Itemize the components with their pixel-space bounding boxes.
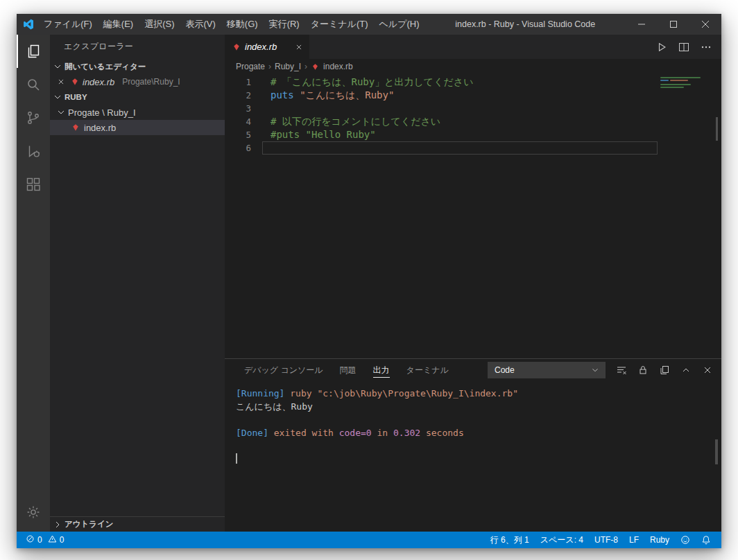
- warning-count: 0: [60, 535, 65, 545]
- breadcrumb-item[interactable]: Ruby_I: [275, 62, 301, 71]
- menu-run[interactable]: 実行(R): [264, 14, 305, 35]
- run-code-icon[interactable]: [656, 42, 667, 53]
- menu-bar: ファイル(F) 編集(E) 選択(S) 表示(V) 移動(G) 実行(R) ター…: [38, 14, 424, 35]
- menu-edit[interactable]: 編集(E): [98, 14, 139, 35]
- feedback-icon[interactable]: [677, 532, 694, 548]
- line-number: 1: [225, 77, 262, 87]
- menu-view[interactable]: 表示(V): [180, 14, 221, 35]
- cursor-position-status[interactable]: 行 6、列 1: [487, 532, 533, 548]
- outline-label: アウトライン: [65, 519, 114, 530]
- warnings-icon: [48, 534, 57, 545]
- problems-status[interactable]: 0 0: [22, 532, 67, 548]
- output-console[interactable]: [Running] ruby "c:\job\Ruby\Progate\Ruby…: [225, 381, 721, 532]
- workspace-section-header[interactable]: RUBY: [50, 89, 225, 105]
- open-editors-header[interactable]: 開いているエディター: [50, 59, 225, 74]
- line-content: # 「こんにちは、Ruby」と出力してください: [262, 76, 658, 89]
- explorer-icon[interactable]: [17, 35, 50, 68]
- close-panel-icon[interactable]: [702, 365, 713, 376]
- extensions-icon[interactable]: [17, 168, 50, 201]
- search-icon[interactable]: [17, 68, 50, 101]
- close-window-button[interactable]: [689, 14, 721, 35]
- clear-output-icon[interactable]: [616, 365, 627, 376]
- open-in-editor-icon[interactable]: [659, 365, 670, 376]
- explorer-sidebar: エクスプローラー 開いているエディター index.rb Progate\Rub…: [50, 35, 225, 532]
- bell-icon[interactable]: [698, 532, 714, 548]
- line-content: puts "こんにちは、Ruby": [262, 89, 658, 102]
- vscode-logo-icon: [23, 19, 34, 30]
- ruby-file-icon: [70, 78, 79, 87]
- run-debug-icon[interactable]: [17, 134, 50, 168]
- output-channel-select[interactable]: Code: [488, 362, 606, 378]
- indentation-status[interactable]: スペース: 4: [537, 532, 587, 548]
- open-editors-label: 開いているエディター: [65, 62, 146, 72]
- lock-icon[interactable]: [637, 365, 649, 376]
- maximize-panel-icon[interactable]: [680, 365, 692, 376]
- menu-help[interactable]: ヘルプ(H): [374, 14, 425, 35]
- activity-bar: [17, 35, 50, 532]
- code-line[interactable]: 2 puts "こんにちは、Ruby": [225, 89, 721, 102]
- line-number: 4: [225, 116, 262, 127]
- tab-output[interactable]: 出力: [365, 359, 398, 381]
- line-number: 5: [225, 130, 262, 140]
- open-editor-item[interactable]: index.rb Progate\Ruby_I: [50, 74, 225, 89]
- code-editor[interactable]: 1 # 「こんにちは、Ruby」と出力してください 2 puts "こんにちは、…: [225, 74, 721, 358]
- chevron-right-icon: ›: [268, 62, 271, 71]
- panel-header: デバッグ コンソール 問題 出力 ターミナル Code: [225, 359, 721, 381]
- code-line[interactable]: 3: [225, 102, 721, 115]
- breadcrumb-item[interactable]: Progate: [236, 62, 265, 71]
- eol-status[interactable]: LF: [626, 532, 642, 548]
- maximize-button[interactable]: [658, 14, 689, 35]
- tab-problems[interactable]: 問題: [332, 359, 365, 381]
- code-line[interactable]: 4 # 以下の行をコメントにしてください: [225, 115, 721, 128]
- output-line: こんにちは、Ruby: [236, 400, 721, 413]
- panel-scrollbar[interactable]: [713, 381, 720, 532]
- tree-folder-row[interactable]: Progate \ Ruby_I: [50, 105, 225, 120]
- settings-gear-icon[interactable]: [17, 496, 50, 529]
- line-number: 3: [225, 103, 262, 114]
- encoding-status[interactable]: UTF-8: [591, 532, 621, 548]
- ruby-file-icon: [311, 62, 320, 71]
- line-content: # 以下の行をコメントにしてください: [262, 115, 658, 128]
- output-channel-value: Code: [495, 365, 515, 375]
- output-line: [236, 413, 721, 426]
- output-line: [Running] ruby "c:\job\Ruby\Progate\Ruby…: [236, 387, 721, 400]
- chevron-right-icon: [52, 519, 63, 530]
- tab-terminal[interactable]: ターミナル: [398, 359, 457, 381]
- tab-label: index.rb: [245, 42, 290, 52]
- tab-index-rb[interactable]: index.rb: [225, 35, 309, 59]
- menu-go[interactable]: 移動(G): [221, 14, 264, 35]
- source-control-icon[interactable]: [17, 101, 50, 134]
- split-editor-icon[interactable]: [678, 42, 689, 53]
- code-line[interactable]: 1 # 「こんにちは、Ruby」と出力してください: [225, 76, 721, 89]
- minimize-button[interactable]: [626, 14, 658, 35]
- scrollbar-thumb[interactable]: [715, 439, 718, 464]
- chevron-down-icon: [590, 365, 601, 376]
- line-number: 2: [225, 90, 262, 100]
- minimap[interactable]: [660, 77, 712, 89]
- more-actions-icon[interactable]: [701, 42, 712, 53]
- editor-scrollbar[interactable]: [712, 74, 721, 358]
- chevron-down-icon: [52, 61, 63, 72]
- line-content: #puts "Hello Ruby": [262, 128, 658, 141]
- close-tab-icon[interactable]: [294, 42, 304, 52]
- line-number: 6: [225, 143, 262, 153]
- menu-selection[interactable]: 選択(S): [139, 14, 180, 35]
- ruby-file-icon: [232, 42, 241, 51]
- code-line-current[interactable]: 6: [225, 141, 721, 155]
- scrollbar-thumb[interactable]: [716, 117, 718, 141]
- menu-file[interactable]: ファイル(F): [38, 14, 98, 35]
- breadcrumb-item[interactable]: index.rb: [323, 62, 353, 71]
- code-line[interactable]: 5 #puts "Hello Ruby": [225, 128, 721, 141]
- status-left: 0 0: [22, 532, 67, 548]
- chevron-down-icon: [52, 91, 63, 103]
- window-controls: [626, 14, 721, 35]
- menu-terminal[interactable]: ターミナル(T): [305, 14, 374, 35]
- outline-section-header[interactable]: アウトライン: [50, 516, 225, 532]
- language-mode-status[interactable]: Ruby: [646, 532, 673, 548]
- editor-actions: [656, 35, 721, 59]
- tree-file-label: index.rb: [84, 123, 116, 133]
- tree-file-row[interactable]: index.rb: [50, 120, 225, 135]
- tab-debug-console[interactable]: デバッグ コンソール: [236, 359, 332, 381]
- output-line: [Done] exited with code=0 in 0.302 secon…: [236, 426, 721, 439]
- close-icon[interactable]: [55, 76, 67, 87]
